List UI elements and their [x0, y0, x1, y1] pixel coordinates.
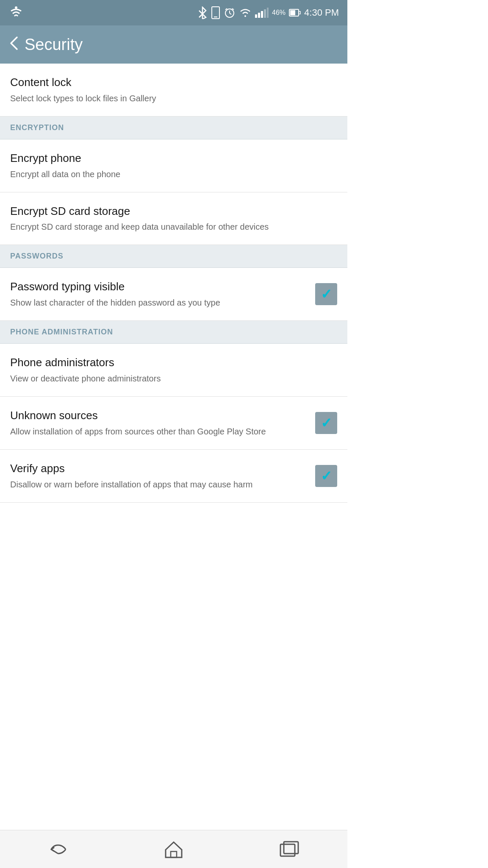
unknown-sources-checkbox[interactable]: ✓	[315, 412, 337, 434]
signal-icon	[255, 8, 269, 18]
wifi-icon	[239, 8, 252, 18]
svg-rect-11	[264, 9, 266, 18]
encrypt-phone-title: Encrypt phone	[10, 151, 337, 166]
svg-line-5	[230, 13, 231, 14]
unknown-sources-text: Unknown sources Allow installation of ap…	[10, 409, 308, 437]
content-lock-subtitle: Select lock types to lock files in Galle…	[10, 92, 337, 104]
password-typing-text: Password typing visible Show last charac…	[10, 280, 308, 309]
back-arrow-icon	[8, 36, 20, 51]
encrypt-phone-text: Encrypt phone Encrypt all data on the ph…	[10, 151, 337, 180]
bluetooth-icon	[197, 6, 208, 19]
password-typing-checkbox[interactable]: ✓	[315, 283, 337, 305]
unknown-sources-title: Unknown sources	[10, 409, 308, 423]
encrypt-sd-subtitle: Encrypt SD card storage and keep data un…	[10, 221, 337, 233]
page-title: Security	[25, 36, 83, 54]
settings-content: Content lock Select lock types to lock f…	[0, 64, 347, 545]
verify-apps-title: Verify apps	[10, 462, 308, 476]
password-typing-subtitle: Show last character of the hidden passwo…	[10, 297, 308, 309]
status-icons: 46% 4:30 PM	[197, 6, 339, 19]
status-bar-left-icons	[8, 4, 24, 21]
encrypt-sd-text: Encrypt SD card storage Encrypt SD card …	[10, 204, 337, 233]
phone-administrators-subtitle: View or deactivate phone administrators	[10, 373, 337, 384]
encryption-section-header: ENCRYPTION	[0, 117, 347, 139]
encrypt-sd-item[interactable]: Encrypt SD card storage Encrypt SD card …	[0, 192, 347, 245]
page-header: Security	[0, 25, 347, 64]
phone-admin-section-label: PHONE ADMINISTRATION	[10, 328, 113, 336]
encrypt-phone-subtitle: Encrypt all data on the phone	[10, 168, 337, 180]
encrypt-phone-item[interactable]: Encrypt phone Encrypt all data on the ph…	[0, 139, 347, 192]
checkmark-icon: ✓	[321, 287, 332, 301]
svg-rect-14	[290, 10, 295, 15]
password-typing-title: Password typing visible	[10, 280, 308, 294]
phone-administrators-title: Phone administrators	[10, 356, 337, 370]
svg-rect-10	[261, 11, 263, 18]
checkmark-icon-2: ✓	[321, 416, 332, 430]
battery-icon	[289, 8, 301, 17]
unknown-sources-item[interactable]: Unknown sources Allow installation of ap…	[0, 397, 347, 450]
encrypt-sd-title: Encrypt SD card storage	[10, 204, 337, 219]
content-lock-text: Content lock Select lock types to lock f…	[10, 75, 337, 104]
phone-administrators-item[interactable]: Phone administrators View or deactivate …	[0, 344, 347, 397]
verify-apps-checkbox[interactable]: ✓	[315, 465, 337, 487]
verify-apps-subtitle: Disallow or warn before installation of …	[10, 479, 308, 490]
encryption-section-label: ENCRYPTION	[10, 123, 64, 132]
passwords-section-header: PASSWORDS	[0, 245, 347, 268]
alarm-icon	[224, 7, 236, 19]
phone-admin-section-header: PHONE ADMINISTRATION	[0, 321, 347, 344]
verify-apps-text: Verify apps Disallow or warn before inst…	[10, 462, 308, 490]
content-lock-title: Content lock	[10, 75, 337, 90]
unknown-sources-subtitle: Allow installation of apps from sources …	[10, 426, 308, 437]
svg-point-0	[15, 6, 17, 9]
status-time: 4:30 PM	[304, 7, 339, 18]
wifi-alt-icon	[8, 4, 24, 19]
password-typing-item[interactable]: Password typing visible Show last charac…	[0, 268, 347, 321]
svg-rect-12	[267, 8, 269, 18]
verify-apps-item[interactable]: Verify apps Disallow or warn before inst…	[0, 450, 347, 503]
battery-percent: 46%	[272, 9, 286, 17]
svg-rect-9	[258, 13, 260, 18]
content-lock-item[interactable]: Content lock Select lock types to lock f…	[0, 64, 347, 117]
svg-rect-8	[255, 14, 257, 18]
phone-icon	[211, 6, 220, 19]
phone-administrators-text: Phone administrators View or deactivate …	[10, 356, 337, 384]
checkmark-icon-3: ✓	[321, 469, 332, 483]
passwords-section-label: PASSWORDS	[10, 252, 64, 260]
back-button[interactable]	[8, 36, 20, 54]
status-bar: 46% 4:30 PM	[0, 0, 347, 25]
